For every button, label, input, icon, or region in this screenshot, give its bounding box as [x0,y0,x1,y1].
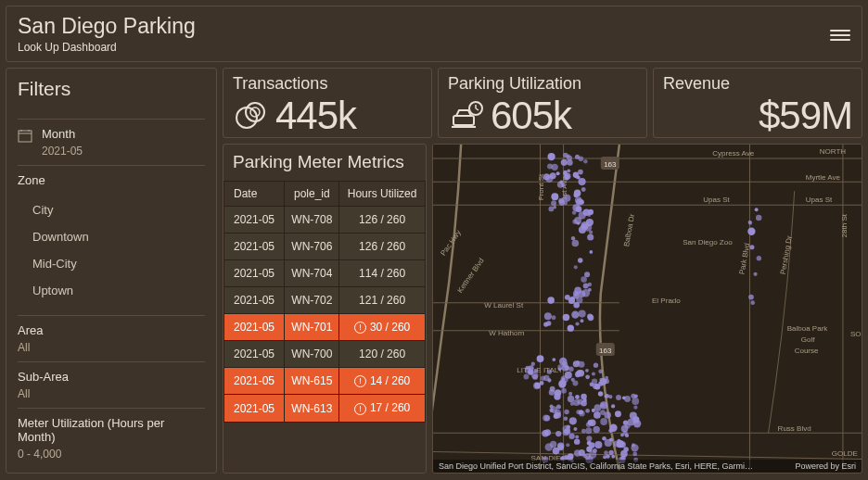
svg-point-278 [579,310,586,318]
table-row[interactable]: 2021-05WN-613!17 / 260 [224,395,426,422]
svg-point-269 [572,210,577,215]
zone-item-city[interactable]: City [32,196,205,223]
kpi-revenue-value: $59M [759,94,852,138]
kpi-transactions: Transactions 445k [223,68,432,138]
metrics-panel: Parking Meter Metrics Date pole_id Hours… [223,144,427,474]
svg-point-81 [592,373,595,376]
svg-point-299 [756,215,761,221]
svg-point-117 [531,373,538,379]
svg-point-158 [602,436,606,441]
filter-month[interactable]: Month 2021-05 [18,119,205,165]
svg-point-113 [562,364,569,372]
meter-util-label: Meter Utilization (Hours per Month) [18,416,205,444]
svg-point-301 [747,228,755,235]
svg-point-234 [566,443,569,447]
svg-point-112 [598,381,603,385]
cell-pole: WN-615 [285,368,339,395]
svg-point-131 [554,393,560,399]
svg-point-222 [620,450,628,458]
svg-point-160 [594,441,602,448]
cell-pole: WN-704 [285,259,339,286]
kpi-transactions-label: Transactions [233,74,422,94]
col-date[interactable]: Date [224,181,285,206]
svg-point-34 [551,164,557,171]
table-row[interactable]: 2021-05WN-701!30 / 260 [224,313,426,340]
svg-point-215 [609,424,617,432]
svg-point-268 [583,283,589,288]
hamburger-icon[interactable] [830,27,850,42]
map-panel[interactable]: 163 163 Cypress Ave Myrtle Ave Upas St U… [432,144,862,474]
kpi-revenue: Revenue $59M [653,68,862,138]
svg-point-260 [571,236,575,240]
cell-hours: !14 / 260 [339,368,426,395]
cell-date: 2021-05 [224,395,285,422]
svg-point-208 [564,416,568,421]
page-title: San Diego Parking [18,14,196,39]
svg-point-298 [755,208,759,211]
zone-list: City Downtown Mid-City Uptown [18,191,205,308]
svg-point-270 [587,213,591,217]
zone-item-downtown[interactable]: Downtown [32,223,205,250]
map-label: W Hathorn [489,329,524,337]
svg-point-291 [570,297,575,301]
svg-point-253 [572,240,580,247]
main-layout: Filters Month 2021-05 Zone City Downtown… [6,68,862,474]
svg-point-118 [558,368,562,372]
svg-point-96 [543,375,549,381]
content-area: Transactions 445k Parking Utilization 60… [223,68,862,474]
subarea-value: All [18,387,205,400]
svg-point-213 [620,434,624,437]
warning-icon: ! [354,322,366,334]
svg-point-271 [584,272,590,277]
svg-point-192 [588,420,594,425]
svg-point-243 [574,265,578,269]
attribution-right: Powered by Esri [795,461,856,471]
table-row[interactable]: 2021-05WN-708126 / 260 [224,206,426,233]
cell-pole: WN-700 [285,341,339,368]
table-row[interactable]: 2021-05WN-706126 / 260 [224,233,426,259]
table-row[interactable]: 2021-05WN-704114 / 260 [224,259,426,286]
map-label: Cypress Ave [712,149,754,158]
zone-item-uptown[interactable]: Uptown [32,277,205,304]
svg-point-60 [574,190,581,197]
svg-point-285 [571,311,579,319]
svg-point-284 [588,315,594,322]
kpi-utilization: Parking Utilization 605k [438,68,647,138]
svg-point-25 [548,207,554,212]
svg-point-80 [598,391,604,397]
cell-pole: WN-702 [285,286,339,313]
svg-point-224 [584,453,591,460]
cell-hours: 114 / 260 [339,259,426,286]
svg-point-91 [561,388,567,394]
svg-point-21 [567,159,572,165]
zone-item-mid-city[interactable]: Mid-City [32,250,205,277]
svg-point-262 [572,220,577,224]
lower-row: Parking Meter Metrics Date pole_id Hours… [223,144,862,474]
svg-point-32 [578,170,583,175]
svg-point-248 [589,250,593,254]
svg-point-123 [569,417,577,424]
svg-point-48 [563,171,568,176]
map-label: GOLDE [832,449,858,458]
svg-point-236 [574,449,581,456]
svg-point-78 [568,367,573,372]
svg-point-232 [633,420,641,427]
filter-subarea[interactable]: Sub-Area All [18,361,205,408]
svg-point-282 [581,319,584,322]
col-pole[interactable]: pole_id [285,181,339,206]
table-row[interactable]: 2021-05WN-700120 / 260 [224,341,426,368]
svg-point-50 [579,156,584,161]
meter-util-value: 0 - 4,000 [18,448,205,461]
svg-point-231 [593,448,597,453]
filter-area[interactable]: Area All [18,315,205,361]
filter-meter-util[interactable]: Meter Utilization (Hours per Month) 0 - … [18,408,205,468]
svg-point-146 [594,411,601,419]
table-row[interactable]: 2021-05WN-702121 / 260 [224,286,426,313]
svg-point-235 [557,443,564,449]
col-hours[interactable]: Hours Utilized [339,181,426,206]
map-canvas[interactable]: 163 163 Cypress Ave Myrtle Ave Upas St U… [433,145,862,471]
table-row[interactable]: 2021-05WN-615!14 / 260 [224,368,426,395]
car-clock-icon [448,97,485,134]
svg-point-82 [534,383,541,389]
cell-date: 2021-05 [224,206,285,233]
